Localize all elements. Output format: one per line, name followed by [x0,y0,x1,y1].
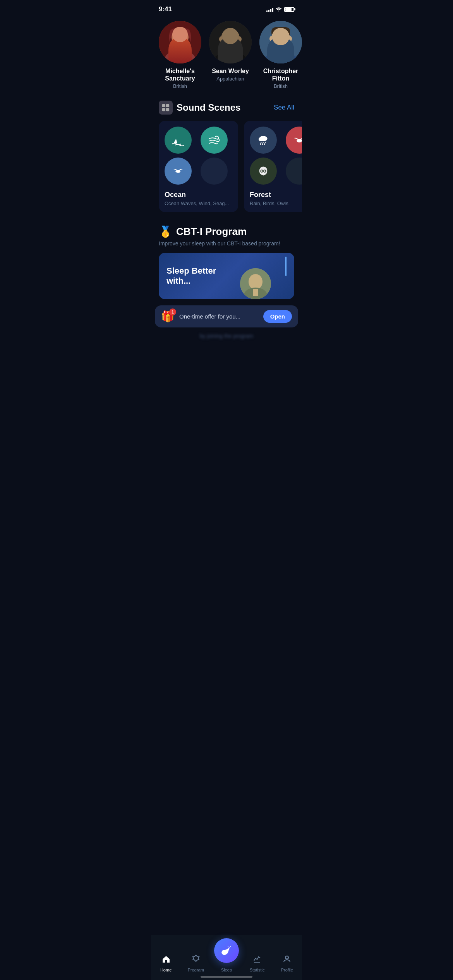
svg-rect-60 [253,289,258,296]
profile-name-christopher: ChristopherFitton [263,67,299,82]
sound-scenes-header: Sound Scenes See All [151,97,302,121]
profile-item-michelle[interactable]: Michelle'sSanctuary British [159,21,201,89]
svg-rect-7 [178,46,182,53]
svg-point-14 [232,36,235,40]
svg-point-12 [223,41,237,47]
scene-cards: Ocean Ocean Waves, Wind, Seag... [151,121,302,216]
forest-name: Forest [250,191,302,199]
svg-point-48 [261,170,263,172]
cbt-card-text: Sleep Betterwith... [166,266,233,286]
profile-carousel: Michelle'sSanctuary British [151,17,302,97]
sound-scenes-title: Sound Scenes [177,102,240,113]
avatar-image-christopher [259,21,302,63]
svg-point-15 [226,37,228,39]
forest-sounds: Rain, Birds, Owls [250,200,302,206]
scene-card-forest[interactable]: Forest Rain, Birds, Owls [244,121,302,212]
profile-subtitle-sean: Appalachian [216,76,244,82]
avatar-sean [209,21,252,63]
ocean-wind-icon [201,127,228,154]
forest-empty-slot [286,158,302,185]
svg-point-40 [259,137,264,142]
ocean-empty-slot [201,158,228,185]
svg-line-43 [264,142,265,145]
svg-point-19 [238,36,242,42]
svg-point-17 [229,41,232,42]
avatar-image-michelle [159,21,201,63]
avatar-christopher [259,21,302,63]
profile-item-sean[interactable]: Sean Worley Appalachian [209,21,252,89]
scene-card-ocean[interactable]: Ocean Ocean Waves, Wind, Seag... [159,121,238,212]
ocean-shark-icon [165,127,192,154]
profile-name-michelle: Michelle'sSanctuary [165,67,195,82]
notification-banner: 🎁 1 One-time offer for you... Open [155,305,298,327]
svg-point-5 [182,38,184,41]
svg-rect-24 [273,37,279,42]
status-icons [266,7,294,12]
cbt-section: 🥇 CBT-I Program Improve your sleep with … [151,216,302,305]
cbt-title: CBT-I Program [176,226,247,238]
svg-point-13 [225,36,228,40]
svg-point-49 [264,170,266,172]
profile-name-sean: Sean Worley [212,67,249,75]
status-bar: 9:41 [151,0,302,17]
notification-open-button[interactable]: Open [263,310,292,323]
svg-point-31 [269,36,273,41]
svg-rect-22 [278,46,283,54]
sound-scenes-icon [159,101,173,115]
svg-point-4 [176,38,178,41]
ocean-sounds: Ocean Waves, Wind, Seag... [165,200,232,206]
svg-point-11 [221,28,240,48]
svg-point-3 [172,33,188,50]
svg-point-58 [249,274,263,290]
cbt-card-avatar [240,268,271,299]
forest-leaf-icon [250,158,277,185]
ocean-icons-grid [165,127,232,185]
svg-point-2 [173,29,187,42]
svg-rect-34 [166,104,169,107]
forest-icons-grid [250,127,302,185]
svg-point-23 [271,28,290,48]
cbt-header: 🥇 CBT-I Program [159,225,294,238]
status-time: 9:41 [159,5,172,13]
notif-icon-wrapper: 🎁 1 [161,310,175,323]
svg-point-21 [263,52,298,63]
svg-point-16 [233,37,235,39]
svg-line-42 [263,142,263,145]
svg-rect-25 [283,37,289,42]
svg-point-1 [172,28,189,46]
ocean-name: Ocean [165,191,232,199]
section-title-wrapper: Sound Scenes [159,101,240,115]
svg-rect-33 [162,104,165,107]
svg-point-9 [213,52,248,63]
signal-icon [266,7,273,12]
avatar-image-sean [209,21,252,63]
svg-line-41 [260,142,261,145]
forest-rain-icon [250,127,277,154]
svg-rect-10 [228,46,233,54]
ocean-seagull-icon [165,158,192,185]
svg-point-32 [288,36,292,41]
notification-badge: 1 [169,308,176,315]
battery-icon [284,7,294,12]
svg-rect-35 [162,108,165,111]
cbt-card[interactable]: Sleep Betterwith... [159,253,294,299]
svg-point-6 [165,50,196,63]
wifi-icon [276,7,282,12]
svg-rect-36 [166,108,169,111]
profile-subtitle-michelle: British [173,83,187,89]
blurred-subtext: by joining the program [151,330,302,342]
svg-point-18 [219,36,223,42]
profile-subtitle-christopher: British [274,83,288,89]
notification-text: One-time offer for you... [179,313,259,320]
see-all-button[interactable]: See All [274,104,294,111]
svg-point-38 [175,171,177,172]
cbt-card-line [285,257,287,276]
profile-item-christopher[interactable]: ChristopherFitton British [259,21,302,89]
forest-bird-icon [286,127,302,154]
battery-fill [285,8,292,11]
cbt-subtitle: Improve your sleep with our CBT-I based … [159,240,294,247]
avatar-michelle [159,21,201,63]
cbt-emoji: 🥇 [159,225,172,238]
svg-point-30 [285,38,287,41]
svg-point-29 [275,38,277,41]
